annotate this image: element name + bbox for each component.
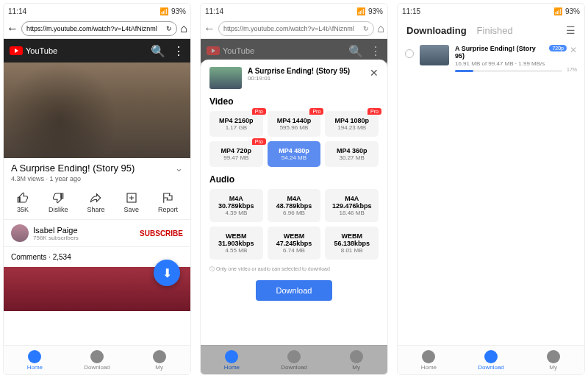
screen-downloads-list: 11:15 📶 93% Downloading Finished ☰ A Sur… (397, 3, 585, 375)
item-title: A Surprise Ending! (Story 95) (455, 45, 546, 60)
size-label: 18.46 MB (328, 210, 376, 216)
status-bar: 11:15 📶 93% (398, 4, 584, 18)
sheet-title: A Surprise Ending! (Story 95) (248, 67, 364, 75)
format-label: M4A 129.476kbps (328, 195, 376, 210)
video-views: 4.3M views (11, 175, 44, 182)
download-sheet: A Surprise Ending! (Story 95) 00:19:01 ✕… (201, 60, 387, 345)
audio-option[interactable]: M4A 30.789kbps4.39 MB (209, 189, 263, 222)
audio-option[interactable]: WEBM 56.138kbps8.01 MB (325, 227, 379, 260)
note-text: ⓘ Only one video or audio can selected t… (209, 265, 379, 273)
save-button[interactable]: Save (123, 191, 139, 213)
format-label: MP4 1080p (328, 117, 376, 124)
download-fab[interactable] (154, 260, 180, 286)
video-option[interactable]: ProMP4 2160p1.17 GB (209, 111, 263, 137)
video-age: 1 year ago (50, 175, 82, 182)
chevron-down-icon[interactable]: ⌄ (175, 163, 183, 174)
tab-finished[interactable]: Finished (477, 25, 513, 36)
nav-home[interactable]: Home (4, 346, 66, 374)
status-bar: 11:14 📶 93% (4, 4, 190, 18)
video-option[interactable]: MP4 360p30.27 MB (325, 141, 379, 167)
like-button[interactable]: 35K (16, 191, 29, 213)
back-icon[interactable]: ← (204, 22, 215, 35)
home-icon[interactable]: ⌂ (377, 22, 384, 35)
download-nav-icon (90, 350, 104, 363)
nav-my[interactable]: My (128, 346, 190, 374)
status-time: 11:14 (8, 7, 26, 15)
reload-icon[interactable]: ↻ (363, 25, 369, 32)
video-option[interactable]: ProMP4 1440p595.96 MB (268, 111, 321, 137)
tab-downloading[interactable]: Downloading (406, 25, 467, 36)
reload-icon[interactable]: ↻ (166, 25, 172, 32)
format-label: MP4 720p (212, 147, 260, 154)
channel-name: Isabel Paige (33, 226, 135, 235)
status-time: 11:15 (402, 7, 420, 15)
bottom-nav: Home Download My (398, 345, 584, 374)
select-radio[interactable] (405, 49, 414, 58)
format-label: WEBM 31.903kbps (212, 232, 260, 247)
home-icon[interactable]: ⌂ (180, 22, 187, 35)
close-icon[interactable]: ✕ (370, 67, 379, 79)
url-field[interactable]: https://m.youtube.com/watch?v=L4tAfNiznm… (218, 21, 374, 36)
action-row: 35K Dislike Share Save Report (4, 185, 190, 220)
share-button[interactable]: Share (87, 191, 104, 213)
search-icon[interactable]: 🔍 (151, 44, 165, 58)
size-label: 6.74 MB (270, 247, 318, 254)
nav-my[interactable]: My (522, 346, 584, 374)
menu-icon[interactable]: ⋮ (173, 44, 184, 58)
screen-download-options: 11:14 📶 93% ← https://m.youtube.com/watc… (200, 3, 388, 375)
size-label: 1.17 GB (212, 124, 260, 131)
nav-home[interactable]: Home (398, 346, 460, 374)
format-label: WEBM 47.245kbps (270, 232, 318, 247)
avatar (11, 224, 29, 242)
audio-option[interactable]: M4A 129.476kbps18.46 MB (325, 189, 379, 222)
address-bar: ← https://m.youtube.com/watch?v=L4tAfNiz… (201, 18, 387, 39)
audio-option[interactable]: M4A 48.789kbps6.96 MB (268, 189, 321, 222)
pro-badge: Pro (368, 108, 381, 115)
wifi-icon: 📶 (553, 7, 562, 15)
bottom-nav: Home Download My (4, 345, 190, 374)
pro-badge: Pro (252, 108, 266, 115)
dislike-button[interactable]: Dislike (49, 191, 68, 213)
format-label: MP4 1440p (270, 117, 318, 124)
url-field[interactable]: https://m.youtube.com/watch?v=L4tAfNiznm… (21, 21, 177, 36)
cancel-icon[interactable]: ✕ (570, 45, 577, 55)
settings-icon[interactable]: ☰ (566, 24, 576, 36)
nav-download[interactable]: Download (460, 346, 523, 374)
video-info: A Surprise Ending! (Story 95) ⌄ 4.3M vie… (4, 158, 190, 185)
channel-row[interactable]: Isabel Paige 756K subscribers SUBSCRIBE (4, 220, 190, 247)
report-button[interactable]: Report (158, 191, 178, 213)
youtube-logo[interactable]: YouTube (10, 46, 57, 55)
subscribe-button[interactable]: SUBSCRIBE (140, 229, 183, 238)
home-nav-icon (28, 350, 41, 363)
audio-option[interactable]: WEBM 47.245kbps6.74 MB (268, 227, 321, 260)
item-progress-text: 16.91 MB of 99.47 MB · 1.99 MB/s (455, 60, 577, 67)
video-option[interactable]: ProMP4 720p99.47 MB (209, 141, 263, 167)
format-label: MP4 480p (270, 147, 318, 154)
video-option[interactable]: MP4 480p54.24 MB (268, 141, 321, 167)
size-label: 4.55 MB (212, 247, 260, 254)
status-bar: 11:14 📶 93% (201, 4, 387, 18)
format-label: M4A 30.789kbps (212, 195, 260, 210)
size-label: 54.24 MB (270, 154, 318, 161)
comments-count: 2,534 (53, 253, 71, 261)
format-label: M4A 48.789kbps (270, 195, 318, 210)
size-label: 99.47 MB (212, 154, 260, 161)
progress-bar (455, 70, 562, 72)
battery-text: 93% (368, 7, 383, 15)
size-label: 194.23 MB (328, 124, 376, 131)
size-label: 4.39 MB (212, 210, 260, 216)
sheet-duration: 00:19:01 (248, 75, 364, 82)
nav-download[interactable]: Download (66, 346, 129, 374)
download-item[interactable]: A Surprise Ending! (Story 95) 720p ✕ 16.… (398, 40, 584, 76)
video-thumbnail[interactable] (4, 63, 190, 158)
wifi-icon: 📶 (356, 7, 365, 15)
pro-badge: Pro (252, 138, 266, 145)
audio-option[interactable]: WEBM 31.903kbps4.55 MB (209, 227, 263, 260)
progress-percent: 17% (567, 67, 577, 72)
back-icon[interactable]: ← (7, 22, 18, 35)
video-option[interactable]: ProMP4 1080p194.23 MB (325, 111, 379, 137)
download-button[interactable]: Download (256, 280, 333, 301)
channel-subs: 756K subscribers (33, 235, 135, 241)
audio-section-label: Audio (209, 174, 379, 185)
video-title: A Surprise Ending! (Story 95) (11, 163, 135, 174)
